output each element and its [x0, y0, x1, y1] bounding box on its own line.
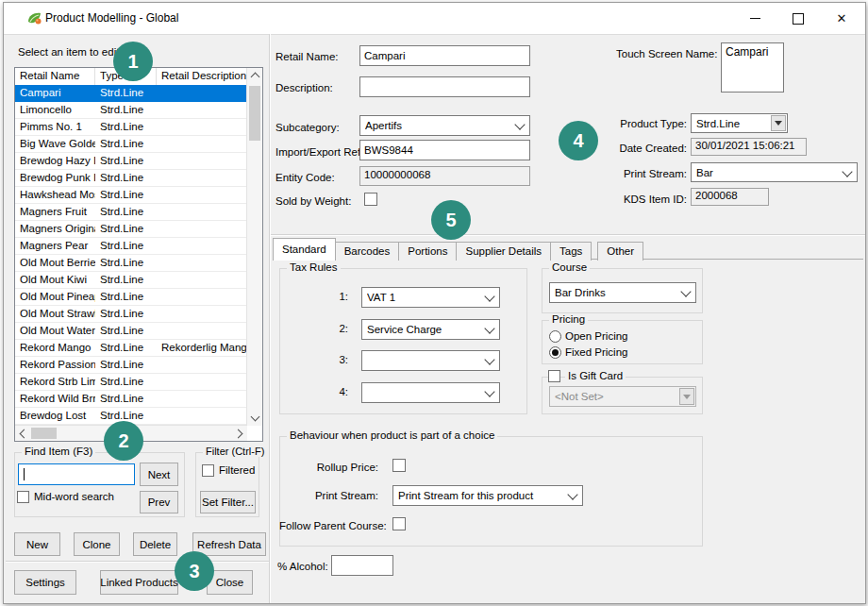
minimize-button[interactable] — [733, 3, 776, 34]
tax-rule-select-1[interactable]: VAT 1 — [361, 287, 500, 308]
mid-word-search-checkbox[interactable] — [17, 491, 29, 503]
column-header-retail-name[interactable]: Retail Name — [15, 68, 95, 85]
alcohol-input[interactable] — [331, 555, 393, 576]
list-item-description — [157, 357, 247, 373]
scroll-up-button[interactable] — [247, 68, 262, 83]
list-item-name: Rekord Wild Brry — [15, 391, 95, 407]
tax-rule-select-2[interactable]: Service Charge — [361, 319, 500, 340]
horizontal-scroll-thumb[interactable] — [31, 428, 57, 439]
chevron-down-icon — [514, 119, 525, 129]
list-item-name: Brewdog Hazy IF — [15, 153, 95, 169]
list-item[interactable]: LimoncelloStrd.Line — [15, 102, 247, 119]
list-item[interactable]: Pimms No. 1Strd.Line — [15, 119, 247, 136]
scroll-right-button[interactable] — [232, 426, 247, 441]
list-item[interactable]: Magners PearStrd.Line — [15, 238, 247, 255]
list-item-description — [157, 272, 247, 288]
list-item[interactable]: CampariStrd.Line — [15, 85, 247, 102]
tax-rule-select-4[interactable] — [361, 382, 500, 403]
pricing-radio-fixed-pricing[interactable] — [549, 346, 561, 359]
retail-name-input[interactable] — [359, 45, 530, 66]
list-item-name: Magners Origina — [15, 221, 95, 237]
find-item-group-label: Find Item (F3) — [22, 446, 95, 457]
print-stream-select[interactable]: Bar — [691, 162, 858, 182]
choice-print-stream-value: Print Stream for this product — [398, 490, 565, 501]
tab-standard[interactable]: Standard — [273, 238, 336, 261]
annotation-badge-3: 3 — [175, 551, 214, 591]
tax-rules-group-label: Tax Rules — [287, 261, 341, 273]
list-item-type: Strd.Line — [95, 323, 157, 339]
list-item[interactable]: Big Wave GoldeStrd.Line — [15, 136, 247, 153]
chevron-down-icon — [567, 489, 577, 499]
scroll-down-button[interactable] — [247, 411, 262, 426]
filtered-checkbox[interactable] — [202, 464, 214, 477]
chevron-left-icon — [20, 429, 29, 438]
list-item[interactable]: Rekord MangoStrd.LineRekorderlig Mango &… — [15, 340, 247, 357]
choice-print-stream-select[interactable]: Print Stream for this product — [392, 485, 583, 506]
find-input[interactable] — [18, 463, 135, 485]
tax-rule-label-3: 3: — [279, 354, 348, 365]
column-header-retail-description[interactable]: Retail Description — [157, 68, 247, 85]
print-stream-label: Print Stream: — [608, 168, 687, 179]
list-item[interactable]: Rekord PassionStrd.Line — [15, 357, 247, 374]
set-filter-button[interactable]: Set Filter... — [200, 491, 256, 513]
list-item[interactable]: Hawkshead MosStrd.Line — [15, 187, 247, 204]
list-item[interactable]: Brewdog Punk IIStrd.Line — [15, 170, 247, 187]
settings-button[interactable]: Settings — [14, 570, 76, 595]
find-next-button[interactable]: Next — [140, 463, 178, 486]
tab-other[interactable]: Other — [597, 242, 643, 261]
subcategory-select[interactable]: Apertifs — [359, 115, 530, 136]
list-item[interactable]: Old Mout PineapStrd.Line — [15, 289, 247, 306]
list-item[interactable]: Old Mout BerriesStrd.Line — [15, 255, 247, 272]
find-prev-button[interactable]: Prev — [140, 491, 178, 513]
touch-screen-name-input[interactable]: Campari — [721, 42, 784, 93]
follow-parent-course-checkbox[interactable] — [392, 517, 406, 530]
refresh-data-button[interactable]: Refresh Data — [192, 532, 266, 556]
annotation-badge-5: 5 — [431, 200, 471, 240]
window-title: Product Modelling - Global — [45, 3, 178, 34]
list-item[interactable]: Magners OriginaStrd.Line — [15, 221, 247, 238]
vertical-scrollbar[interactable] — [246, 68, 262, 426]
list-item[interactable]: Old Mout WaterrStrd.Line — [15, 323, 247, 340]
list-item-description — [157, 204, 247, 220]
linked-products-button[interactable]: Linked Products — [100, 570, 178, 595]
maximize-button[interactable] — [776, 3, 820, 34]
date-created-field: 30/01/2021 15:06:21 — [691, 138, 807, 156]
vertical-scroll-thumb[interactable] — [249, 86, 260, 141]
list-item-type: Strd.Line — [95, 102, 157, 118]
list-item[interactable]: Brewdog Hazy IFStrd.Line — [15, 153, 247, 170]
delete-button[interactable]: Delete — [133, 532, 177, 556]
sold-by-weight-checkbox[interactable] — [364, 193, 377, 206]
list-item[interactable]: Rekord Strb LimStrd.Line — [15, 374, 247, 391]
list-item-description — [157, 238, 247, 254]
tax-rule-select-3[interactable] — [361, 350, 500, 371]
chevron-up-icon — [250, 73, 259, 82]
chevron-down-icon — [484, 323, 494, 333]
pricing-radio-open-pricing[interactable] — [549, 330, 561, 343]
list-item[interactable]: Magners FruitStrd.Line — [15, 204, 247, 221]
list-item[interactable]: Old Mout StrawbStrd.Line — [15, 306, 247, 323]
scroll-left-button[interactable] — [15, 426, 30, 441]
new-button[interactable]: New — [14, 532, 60, 556]
tab-supplier-details[interactable]: Supplier Details — [456, 242, 551, 261]
tab-portions[interactable]: Portions — [398, 242, 457, 261]
list-item-type: Strd.Line — [95, 391, 157, 407]
rollup-price-checkbox[interactable] — [392, 459, 406, 472]
description-input[interactable] — [359, 76, 530, 97]
list-item-name: Old Mout Pineap — [15, 289, 95, 305]
kds-item-id-field: 2000068 — [691, 188, 769, 206]
list-item[interactable]: Rekord Wild BrryStrd.Line — [15, 391, 247, 408]
product-type-select[interactable]: Strd.Line — [691, 113, 788, 133]
list-item[interactable]: Old Mout KiwiStrd.Line — [15, 272, 247, 289]
chevron-down-icon — [250, 412, 259, 422]
alcohol-label: % Alcohol: — [277, 561, 328, 572]
clone-button[interactable]: Clone — [74, 532, 120, 556]
tab-barcodes[interactable]: Barcodes — [335, 242, 400, 261]
course-select[interactable]: Bar Drinks — [549, 282, 696, 303]
import-export-input[interactable] — [359, 140, 530, 160]
close-window-button[interactable]: ✕ — [820, 3, 863, 34]
list-item-description — [157, 136, 247, 152]
list-item-name: Brewdog Lost — [15, 408, 95, 424]
list-item-description — [157, 153, 247, 169]
tab-tags[interactable]: Tags — [550, 242, 592, 261]
is-gift-card-checkbox[interactable] — [548, 370, 560, 382]
